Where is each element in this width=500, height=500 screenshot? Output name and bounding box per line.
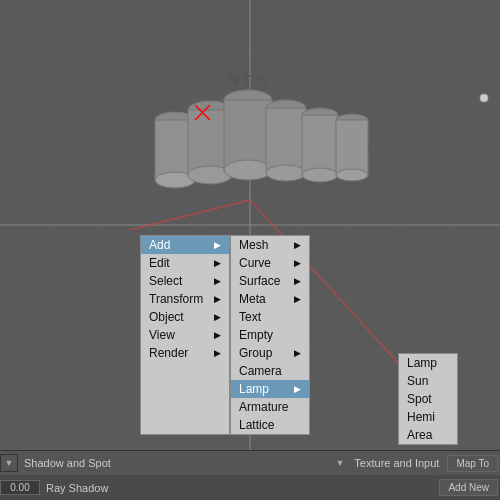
arrow-icon: ▶ bbox=[214, 258, 221, 268]
context-menu: Add ▶ Edit ▶ Select ▶ Transform ▶ Object… bbox=[140, 235, 310, 435]
svg-point-32 bbox=[266, 165, 306, 181]
submenu-item-lamp[interactable]: Lamp ▶ bbox=[231, 380, 309, 398]
statusbar-icon: ▼ bbox=[0, 454, 18, 472]
arrow-icon: ▶ bbox=[214, 240, 221, 250]
svg-rect-31 bbox=[266, 108, 306, 173]
secondary-menu: Mesh ▶ Curve ▶ Surface ▶ Meta ▶ Text Emp… bbox=[230, 235, 310, 435]
submenu-item-group[interactable]: Group ▶ bbox=[231, 344, 309, 362]
arrow-icon: ▶ bbox=[214, 330, 221, 340]
arrow-icon: ▶ bbox=[294, 294, 301, 304]
svg-text:T: T bbox=[243, 72, 252, 88]
arrow-icon: ▶ bbox=[214, 312, 221, 322]
svg-point-35 bbox=[302, 168, 338, 182]
arrow-icon: ▶ bbox=[294, 240, 301, 250]
shadow-spot-label: Shadow and Spot bbox=[18, 457, 117, 469]
menu-item-select[interactable]: Select ▶ bbox=[141, 272, 229, 290]
svg-point-44 bbox=[480, 94, 488, 102]
svg-text:N: N bbox=[228, 72, 238, 88]
menu-item-object[interactable]: Object ▶ bbox=[141, 308, 229, 326]
arrow-icon: ▶ bbox=[214, 348, 221, 358]
primary-menu: Add ▶ Edit ▶ Select ▶ Transform ▶ Object… bbox=[140, 235, 230, 435]
arrow-icon: ▶ bbox=[294, 276, 301, 286]
submenu-item-surface[interactable]: Surface ▶ bbox=[231, 272, 309, 290]
submenu-item-meta[interactable]: Meta ▶ bbox=[231, 290, 309, 308]
menu-item-transform[interactable]: Transform ▶ bbox=[141, 290, 229, 308]
submenu-item-text[interactable]: Text bbox=[231, 308, 309, 326]
triangle-icon: ▼ bbox=[5, 458, 14, 468]
submenu-item-armature[interactable]: Armature bbox=[231, 398, 309, 416]
numeric-value[interactable]: 0.00 bbox=[0, 480, 40, 495]
statusbar-top: ▼ Shadow and Spot ▼ Texture and Input Ma… bbox=[0, 450, 500, 475]
submenu3-item-sun[interactable]: Sun bbox=[399, 372, 457, 390]
ray-shadow-label: Ray Shadow bbox=[40, 482, 114, 494]
submenu-item-mesh[interactable]: Mesh ▶ bbox=[231, 236, 309, 254]
svg-rect-34 bbox=[302, 115, 338, 175]
statusbar-bottom: 0.00 Ray Shadow Add New bbox=[0, 475, 500, 500]
arrow-icon: ▶ bbox=[294, 384, 301, 394]
right-triangle-icon: ▼ bbox=[335, 458, 344, 468]
submenu-item-curve[interactable]: Curve ▶ bbox=[231, 254, 309, 272]
tertiary-menu: Lamp Sun Spot Hemi Area bbox=[398, 353, 458, 445]
svg-rect-37 bbox=[336, 120, 368, 175]
submenu-item-empty[interactable]: Empty bbox=[231, 326, 309, 344]
texture-input-label: Texture and Input bbox=[348, 457, 445, 469]
arrow-icon: ▶ bbox=[214, 294, 221, 304]
submenu-item-camera[interactable]: Camera bbox=[231, 362, 309, 380]
submenu3-item-hemi[interactable]: Hemi bbox=[399, 408, 457, 426]
menu-item-view[interactable]: View ▶ bbox=[141, 326, 229, 344]
menu-item-edit[interactable]: Edit ▶ bbox=[141, 254, 229, 272]
map-to-button[interactable]: Map To bbox=[447, 455, 498, 472]
submenu3-item-lamp[interactable]: Lamp bbox=[399, 354, 457, 372]
menu-item-render[interactable]: Render ▶ bbox=[141, 344, 229, 362]
add-new-button[interactable]: Add New bbox=[439, 479, 498, 496]
menu-item-add[interactable]: Add ▶ bbox=[141, 236, 229, 254]
submenu-item-lattice[interactable]: Lattice bbox=[231, 416, 309, 434]
svg-point-29 bbox=[224, 160, 272, 180]
arrow-icon: ▶ bbox=[214, 276, 221, 286]
svg-point-38 bbox=[336, 169, 368, 181]
svg-text:S: S bbox=[258, 72, 267, 88]
arrow-icon: ▶ bbox=[294, 348, 301, 358]
submenu3-item-area[interactable]: Area bbox=[399, 426, 457, 444]
arrow-icon: ▶ bbox=[294, 258, 301, 268]
submenu3-item-spot[interactable]: Spot bbox=[399, 390, 457, 408]
